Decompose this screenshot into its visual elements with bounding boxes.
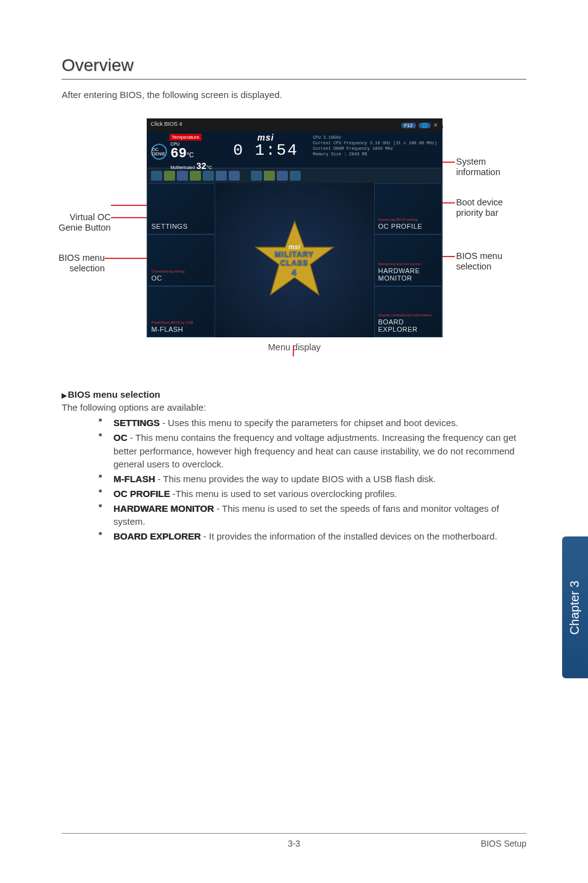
bios-top-title: Click BIOS 4 — [151, 121, 182, 129]
cpu-label: CPU — [171, 142, 194, 146]
intro-text: After entering BIOS, the following scree… — [62, 89, 526, 100]
cpu-temp: 69 — [171, 146, 187, 162]
mb-label: Motherboard — [171, 165, 195, 170]
tile-oc[interactable]: Overclocking setting OC — [147, 234, 215, 285]
tile-mflash[interactable]: Flash/Save BIOS by USB M-FLASH — [147, 286, 215, 337]
center-display: msi MILITARY CLASS 4 — [215, 183, 374, 337]
boot-device-icon[interactable] — [290, 171, 301, 181]
system-info-panel: CPU 3.10GHz Current CPU Frequency 3.10 G… — [311, 131, 442, 168]
list-item: OC - This menu contains the frequency an… — [99, 431, 526, 471]
favorites-pill[interactable]: F12 — [401, 123, 416, 128]
clock-panel: msi 0 1:54 — [221, 131, 311, 168]
list-item: OC PROFILE -This menu is used to set var… — [99, 487, 526, 501]
boot-device-icon[interactable] — [151, 171, 162, 181]
tile-boardexplorer[interactable]: Display motherboard information BOARD EX… — [374, 286, 442, 337]
lang-pill[interactable]: 🌐 — [419, 123, 431, 128]
callout-menu-display: Menu display — [62, 342, 527, 352]
section-heading: ▶BIOS menu selection — [62, 389, 526, 400]
close-icon[interactable]: ✕ — [433, 122, 438, 128]
left-menu-column: SETTINGS Overclocking setting OC Flash/S… — [147, 183, 215, 337]
boot-device-icon[interactable] — [177, 171, 188, 181]
military-class-badge: msi MILITARY CLASS 4 — [251, 217, 338, 303]
temperature-panel: Temperature OC GENIE CPU 69°C Motherboar… — [147, 131, 221, 168]
temp-label: Temperature — [169, 134, 202, 141]
boot-device-icon[interactable] — [190, 171, 201, 181]
boot-device-icon[interactable] — [264, 171, 275, 181]
boot-device-icon[interactable] — [203, 171, 214, 181]
chapter-tab: Chapter 3 — [562, 536, 588, 678]
page-title: Overview — [62, 55, 526, 80]
callout-bios-menu-left: BIOS menu selection — [59, 253, 105, 274]
tile-settings[interactable]: SETTINGS — [147, 183, 215, 234]
footer-section: BIOS Setup — [481, 839, 526, 848]
page-number: 3-3 — [288, 839, 300, 848]
callout-boot-bar: Boot device priority bar — [456, 197, 503, 219]
oc-genie-button[interactable]: OC GENIE — [151, 144, 167, 160]
list-item: BOARD EXPLORER - It provides the informa… — [99, 530, 526, 543]
triangle-icon: ▶ — [62, 392, 67, 399]
callout-bios-menu-right: BIOS menu selection — [456, 251, 502, 273]
section-intro: The following options are available: — [62, 402, 526, 413]
boot-device-icon[interactable] — [164, 171, 175, 181]
bios-diagram: Temperature monitor My Favorites Languag… — [62, 118, 527, 352]
page-footer: 3-3 BIOS Setup — [62, 833, 526, 848]
list-item: SETTINGS - Uses this menu to specify the… — [99, 416, 526, 430]
tile-ocprofile[interactable]: Save/Load BIOS setting OC PROFILE — [374, 183, 442, 234]
clock-time: 0 1:54 — [221, 141, 311, 160]
right-menu-column: Save/Load BIOS setting OC PROFILE Monito… — [374, 183, 442, 337]
list-item: M-FLASH - This menu provides the way to … — [99, 472, 526, 486]
boot-priority-bar[interactable] — [147, 168, 442, 183]
bios-screenshot: Click BIOS 4 F12 🌐 ✕ Temperature OC GENI… — [147, 118, 443, 337]
boot-device-icon[interactable] — [216, 171, 227, 181]
boot-device-icon[interactable] — [251, 171, 262, 181]
feature-list: SETTINGS - Uses this menu to specify the… — [62, 416, 526, 543]
list-item: HARDWARE MONITOR - This menu is used to … — [99, 502, 526, 529]
callout-virtual-oc: Virtual OC Genie Button — [59, 212, 111, 234]
callout-system-info: System information — [456, 157, 500, 178]
mb-temp: 32 — [196, 162, 206, 171]
boot-device-icon[interactable] — [277, 171, 288, 181]
boot-device-icon[interactable] — [229, 171, 240, 181]
tile-hwmonitor[interactable]: Monitoring and fan control HARDWARE MONI… — [374, 234, 442, 285]
